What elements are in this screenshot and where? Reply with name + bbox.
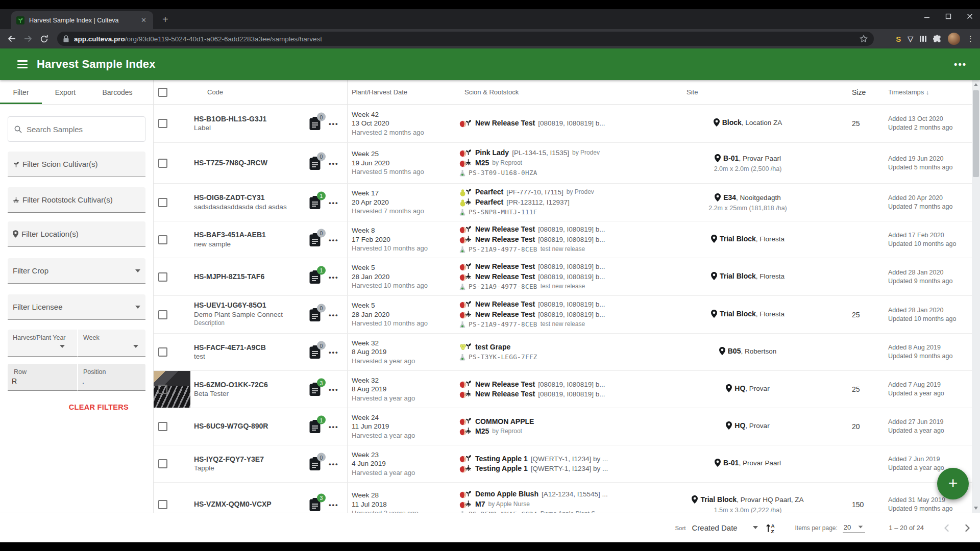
site-line[interactable]: B-01, Provar Paarl [715, 459, 781, 467]
row-checkbox[interactable] [158, 385, 167, 394]
notes-clipboard-icon[interactable]: 0 [309, 233, 321, 246]
row-field[interactable]: Row [8, 364, 78, 391]
row-checkbox[interactable] [158, 459, 167, 468]
back-icon[interactable] [7, 34, 16, 43]
notes-clipboard-icon[interactable]: 1 [309, 270, 321, 284]
window-close-icon[interactable] [967, 13, 973, 19]
row-more-icon[interactable]: ••• [329, 236, 339, 243]
search-input[interactable] [27, 125, 129, 134]
scion-line[interactable]: Pearfect [PF-777-10, I7115] by Prodev [459, 187, 664, 197]
filter-crop-field[interactable]: Filter Crop [8, 258, 145, 284]
tab-filter[interactable]: Filter [0, 80, 42, 104]
vertical-scrollbar[interactable] [972, 80, 980, 513]
plant-sample-line[interactable]: PS-21A9-4977-8CEB test new release [459, 319, 664, 330]
scion-line[interactable]: New Release Test [080819, I080819] b... [459, 299, 664, 310]
sample-code[interactable]: HS-OIG8-ZADT-CY31 [194, 193, 309, 203]
add-sample-fab-button[interactable]: + [937, 468, 969, 499]
plant-sample-line[interactable]: PS-21A9-4977-8CEB test new release [459, 282, 664, 292]
window-maximize-icon[interactable] [945, 13, 951, 19]
plant-sample-line[interactable]: PS-DEMO-NYAE-CGD4 Demo Apple Plant S... [459, 509, 664, 513]
next-page-icon[interactable] [962, 523, 972, 533]
plant-sample-line[interactable]: PS-SNP8-MHTJ-111F [459, 207, 664, 217]
site-line[interactable]: HQ, Provar [726, 384, 769, 392]
row-more-icon[interactable]: ••• [329, 386, 339, 393]
scion-line[interactable]: New Release Test [080819, I080819] b... [459, 118, 664, 129]
row-checkbox[interactable] [158, 119, 167, 128]
sample-row[interactable]: HS-IYQZ-FQY7-Y3E7 Tapple 0 ••• Week 23 4… [154, 445, 972, 483]
sample-code[interactable]: HS-6UC9-W7GQ-890R [194, 422, 309, 431]
rootstock-line[interactable]: Testing Apple 1 [QWERTY-1, I1234] by ... [459, 464, 664, 474]
scion-line[interactable]: New Release Test [080819, I080819] b... [459, 262, 664, 272]
sample-code[interactable]: HS-FACF-4E71-A9CB [194, 343, 309, 353]
col-timestamps[interactable]: Timestamps ↓ [878, 88, 970, 96]
rootstock-line[interactable]: New Release Test [080819, I080819] b... [459, 235, 664, 245]
sample-row[interactable]: HS-6ZMO-O1KK-72C6 Beta Tester 3 ••• Week… [154, 371, 972, 408]
bookmark-star-icon[interactable] [860, 35, 868, 43]
filter-rootstock-cultivar-field[interactable]: Filter Rootstock Cultivar(s) [8, 187, 145, 213]
notes-clipboard-icon[interactable]: 0 [309, 117, 321, 131]
row-checkbox[interactable] [158, 500, 167, 509]
site-line[interactable]: Trial Block, Provar HQ Paarl, ZA [692, 495, 803, 504]
site-line[interactable]: B-01, Provar Paarl [715, 154, 781, 162]
site-line[interactable]: Trial Block, Floresta [711, 310, 785, 318]
row-checkbox[interactable] [158, 159, 167, 168]
sample-code[interactable]: HS-MJPH-8Z15-TAF6 [194, 272, 309, 282]
prev-page-icon[interactable] [942, 523, 952, 533]
notes-clipboard-icon[interactable]: 1 [309, 195, 321, 209]
row-more-icon[interactable]: ••• [329, 500, 339, 508]
scion-line[interactable]: Demo Apple Blush [A12-1234, I15545] ... [459, 489, 664, 499]
notes-clipboard-icon[interactable]: 3 [309, 383, 321, 396]
clear-filters-button[interactable]: CLEAR FILTERS [69, 403, 129, 411]
search-samples-box[interactable] [8, 116, 145, 142]
row-checkbox[interactable] [158, 310, 167, 319]
rootstock-line[interactable]: M25 by Reproot [459, 158, 664, 168]
scroll-down-icon[interactable] [974, 507, 978, 510]
row-input[interactable] [12, 377, 68, 385]
row-more-icon[interactable]: ••• [329, 120, 339, 128]
row-more-icon[interactable]: ••• [329, 423, 339, 431]
sample-row[interactable]: HS-6UC9-W7GQ-890R 1 ••• Week 24 11 Jun 2… [154, 408, 972, 445]
notes-clipboard-icon[interactable]: 0 [309, 156, 321, 170]
plant-sample-line[interactable]: PS-21A9-4977-8CEB test new release [459, 244, 664, 255]
forward-icon[interactable] [23, 34, 33, 43]
scrollbar-thumb[interactable] [973, 90, 979, 177]
position-field[interactable]: Position [78, 364, 145, 391]
hamburger-menu-icon[interactable] [17, 60, 28, 68]
sample-code[interactable]: HS-IYQZ-FQY7-Y3E7 [194, 455, 309, 464]
extension-v-icon[interactable]: ▽ [908, 35, 913, 43]
rootstock-line[interactable]: M7 by Apple Nurse [459, 499, 664, 510]
tab-export[interactable]: Export [42, 80, 89, 104]
rootstock-line[interactable]: M25 by Reproot [459, 427, 664, 437]
site-line[interactable]: E34, Nooitgedagth [715, 193, 781, 202]
new-tab-button[interactable]: + [162, 14, 168, 24]
row-more-icon[interactable]: ••• [329, 348, 339, 356]
extensions-puzzle-icon[interactable] [933, 35, 941, 43]
rootstock-line[interactable]: Pearfect [PR-123112, I12937] [459, 197, 664, 208]
row-more-icon[interactable]: ••• [329, 460, 339, 468]
week-field[interactable]: Week [78, 330, 145, 357]
row-more-icon[interactable]: ••• [329, 159, 339, 167]
filter-locations-field[interactable]: Filter Location(s) [8, 221, 145, 247]
filter-scion-cultivar-field[interactable]: Filter Scion Cultivar(s) [8, 152, 145, 177]
sample-row[interactable]: HS-OIG8-ZADT-CY31 sadsdasdasddasda dsd a… [154, 184, 972, 221]
browser-tab[interactable]: Harvest Sample Index | Culteva ✕ [11, 11, 153, 29]
notes-clipboard-icon[interactable]: 0 [309, 345, 321, 359]
sample-code[interactable]: HS-6ZMO-O1KK-72C6 [194, 381, 309, 390]
scion-line[interactable]: COMMON APPLE [459, 417, 664, 427]
site-line[interactable]: HQ, Provar [726, 421, 769, 430]
row-checkbox[interactable] [158, 422, 167, 431]
sample-row[interactable]: HS-T7Z5-7N8Q-JRCW 0 ••• Week 25 19 Jun 2… [154, 143, 972, 184]
row-more-icon[interactable]: ••• [329, 311, 339, 318]
extension-board-icon[interactable] [920, 36, 926, 42]
header-more-icon[interactable]: ••• [954, 59, 967, 70]
notes-clipboard-icon[interactable]: 0 [309, 308, 321, 321]
rootstock-line[interactable]: New Release Test [080819, I080819] b... [459, 389, 664, 399]
scion-line[interactable]: New Release Test [080819, I080819] b... [459, 224, 664, 235]
row-checkbox[interactable] [158, 272, 167, 282]
row-checkbox[interactable] [158, 198, 167, 207]
sample-code[interactable]: HS-B1OB-HL1S-G3J1 [194, 115, 309, 124]
sort-direction-az-icon[interactable]: AZ [765, 522, 776, 534]
items-per-page-select[interactable]: 20 [843, 523, 865, 533]
refresh-icon[interactable] [40, 35, 48, 43]
sample-code[interactable]: HS-UEV1-UG6Y-85O1 [194, 301, 309, 310]
